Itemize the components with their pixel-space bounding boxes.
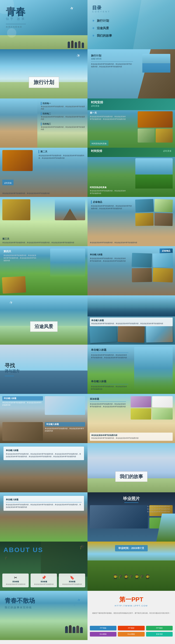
must-heading: 单击键入标题 <box>90 253 127 256</box>
toc-item-3: ✈ 我们的故事 <box>92 34 112 38</box>
banner: 时间安排 必吃美食 <box>88 98 175 110</box>
slide-4-plan-detail: 旅行计划 攻略与时间 单击此处添加本章节的场景内容，单击此处添加本章节的场景内容… <box>88 49 175 98</box>
slide-17-content: 华业键入标题 单击此处添加本章节的场景内容，单击此处添加本章节的场景内容 华业键… <box>0 394 88 443</box>
flower-1 <box>131 396 151 408</box>
day2-food-img <box>2 150 33 171</box>
day2-label: 第二天 <box>38 150 85 153</box>
goal-2: 目的地二 单击此处添加本章节的场景内容，单击此处添加本章节的场景内容 <box>41 112 85 121</box>
link-4-text: Word模板 <box>91 633 115 635</box>
s17-top-row: 华业键入标题 单击此处添加本章节的场景内容，单击此处添加本章节的场景内容 <box>2 396 85 415</box>
link-2[interactable]: PPT素材 <box>118 626 144 630</box>
grad-date: 毕业时间：20XX年7月 <box>118 546 144 550</box>
about-card-2: 📌 添加标题 单击此处添加本章节的场景内容 <box>30 574 57 587</box>
paper-plane-icon: ✈ <box>69 5 74 12</box>
food-img-3 <box>156 128 173 142</box>
link-3[interactable]: PPT教程 <box>146 626 173 630</box>
slide-7-day2: 第二天 单击此处添加本章节的场景内容，单击此处添加本章节的场景内容，单击此处添加… <box>0 148 88 197</box>
time-title: 时间安排 <box>91 100 172 104</box>
credits-links: PPT模板 PPT素材 PPT教程 Word模板 Excel模板 <box>90 626 173 636</box>
slide-5-goals: 目的地一 单击此处添加本章节的场景内容，单击此处添加本章节的场景内容 目的地二 … <box>0 98 88 148</box>
item-img-4 <box>154 213 173 226</box>
end-fig-5 <box>80 627 83 633</box>
day3-text: 单击此处添加本章节的场景内容，单击此处添加本章节的场景内容，单击此处添加本章节的… <box>2 241 85 244</box>
credits-desc: 感谢您下载和使用本套模板，请您在使用本模板的过程中，遵守相关法律法规，有任何问题… <box>91 612 172 614</box>
goal-1: 目的地一 单击此处添加本章节的场景内容，单击此处添加本章节的场景内容 <box>41 102 85 110</box>
first-ppt-title: 第一PPT <box>115 596 148 604</box>
slide-19-rocky: 单击键入标题 单击此处添加本章节的场景内容，单击此处添加本章节的场景内容，单击此… <box>0 443 88 492</box>
story-title: 我们的故事 <box>120 474 143 480</box>
tropical-ground <box>135 174 173 188</box>
plane-icon-3: ✈ <box>92 34 96 38</box>
must-img-2 <box>152 253 173 268</box>
forest-text-box: 单击键入标题 单击此处添加本章节的场景内容，单击此处添加本章节的场景内容，单击此… <box>4 496 84 511</box>
flower-4 <box>152 408 173 420</box>
silhouettes: 👨‍🎓 🎓 👩‍🎓 🎓 👨‍🎓 🎓 👩‍🎓 <box>88 574 175 579</box>
day3-label: 第三天 <box>2 237 85 240</box>
ending-text-wrap: 青春不散场 我们的故事未完待续 <box>5 597 35 609</box>
ending-title: 青春不散场 <box>5 597 35 605</box>
link-5-text: Excel模板 <box>119 633 143 635</box>
story-title-box: 我们的故事 <box>115 471 148 482</box>
top-photo-strip <box>88 296 175 316</box>
slide-20-our-story: 我们的故事 <box>88 443 175 492</box>
s16-heading: 单击键入标题 <box>91 348 128 352</box>
green-banner: 时间安排 必吃美食 <box>88 148 175 157</box>
link-1[interactable]: PPT模板 <box>90 626 116 630</box>
deco-plane: ✈ <box>76 52 82 59</box>
small-img-1 <box>89 325 117 343</box>
link-5[interactable]: Excel模板 <box>118 632 144 636</box>
mountain-triangle <box>63 208 77 220</box>
end-fig-4 <box>76 626 79 633</box>
flower-photos <box>131 396 173 420</box>
figure-5 <box>82 42 84 48</box>
items-title: 必备物品 <box>91 200 133 204</box>
grad-divider <box>124 502 138 503</box>
must-img-3 <box>132 268 152 282</box>
items-photos <box>135 199 173 226</box>
must-photos <box>132 253 173 282</box>
grad-sub-text: 单击此处添加本章节的场景内容，单击此处添加本章节的场景内容，单击此处添加本章节的… <box>147 505 173 513</box>
grad-date-banner: 毕业时间：20XX年7月 <box>115 545 148 551</box>
card-1-text: 单击此处添加本章节的场景内容 <box>4 583 27 586</box>
about-card-3: 🔖 添加标题 单击此处添加本章节的场景内容 <box>59 574 85 587</box>
s17-text1: 单击此处添加本章节的场景内容，单击此处添加本章节的场景内容 <box>2 402 43 406</box>
toc-item-2: ✈ 沿途风景 <box>92 26 112 30</box>
link-6[interactable]: 更多资源 <box>146 632 173 636</box>
day-1-label: 第一天 <box>90 111 127 114</box>
ppt-logo: 第一PPT HTTP://WWW.1PPT.COM <box>115 596 148 607</box>
rocky-text: 单击此处添加本章节的场景内容，单击此处添加本章节的场景内容，单击此处添加本章节的… <box>6 453 82 458</box>
s16-text1: 单击此处添加本章节的场景内容，单击此处添加本章节的场景内容，单击此处添加本章节的… <box>91 354 128 359</box>
s17-heading1: 华业键入标题 <box>2 396 43 401</box>
about-card-1: ✂ 添加标题 单击此处添加本章节的场景内容 <box>2 574 29 587</box>
slide-21-forest: 单击键入标题 单击此处添加本章节的场景内容，单击此处添加本章节的场景内容，单击此… <box>0 492 88 542</box>
end-fig-3 <box>72 626 75 633</box>
day4-text: 单击此处添加本章节的场景内容，单击此处添加本章节的场景内容，单击此处添加本章节的… <box>4 254 36 262</box>
s16-text2: 单击此处添加本章节的场景内容，单击此处添加本章节的场景内容 <box>91 385 128 390</box>
s16-divider2 <box>91 384 128 384</box>
poem-title: 寻找 <box>5 362 20 369</box>
slide-25-ending: 青春不散场 我们的故事未完待续 ✈ ✈ <box>0 591 88 640</box>
day3-food <box>2 199 30 220</box>
grad-title-wrap: 毕业照片 <box>123 496 140 504</box>
slide-18-flowers: 添加标题 单击此处添加本章节的场景内容，单击此处添加本章节的场景内容，单击此处添… <box>88 394 175 443</box>
grad-text: 单击此处添加本章节的场景内容，单击此处添加本章节的场景内容，单击此处添加本章节的… <box>147 505 173 513</box>
rocky-heading: 单击键入标题 <box>6 449 82 452</box>
slide-15-poem: 寻找 诗与远方 <box>0 345 88 394</box>
toc-item-1-label: 旅行计划 <box>97 19 109 23</box>
s16-heading2: 单击键入标题 <box>91 380 128 383</box>
bottom-section: 单击此处添加本章节的场景内容 单击此处添加本章节的场景内容，单击此处添加本章节的… <box>90 432 173 441</box>
link-4[interactable]: Word模板 <box>90 632 116 636</box>
arrange-label: 时间安排 <box>91 149 102 153</box>
plan-sub: 攻略与时间 <box>91 58 133 60</box>
flowers-heading: 添加标题 <box>90 397 126 401</box>
item-img-3 <box>135 213 154 226</box>
slide-8-scenic: 时间安排 必吃美食 时间安排必吃美食 单击此处添加本章节的场景内容，单击此处添加… <box>88 148 175 197</box>
s16-photo <box>134 347 173 390</box>
plane-icon-1: ✈ <box>92 19 96 23</box>
figure-2 <box>71 40 74 48</box>
card-3-label: 添加标题 <box>61 580 83 583</box>
toc-item-2-label: 沿途风景 <box>97 26 109 30</box>
rocky-text-box: 单击键入标题 单击此处添加本章节的场景内容，单击此处添加本章节的场景内容，单击此… <box>4 446 84 460</box>
ending-sub: 我们的故事未完待续 <box>5 606 35 609</box>
deco-circle-2 <box>7 28 16 38</box>
